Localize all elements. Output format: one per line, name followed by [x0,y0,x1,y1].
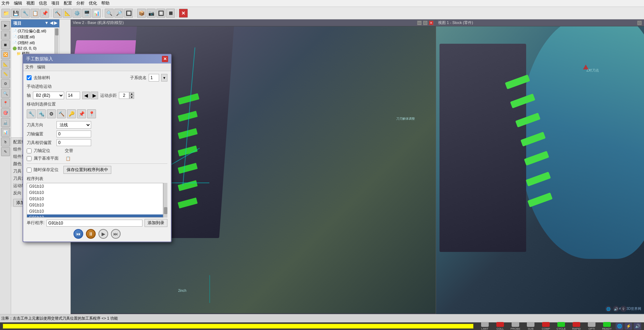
view-right-maximize[interactable]: □ [637,20,642,25]
axis-offset-input[interactable] [56,130,91,137]
feed-minus-btn[interactable]: ◀ [82,92,90,99]
sidebar-btn-11[interactable]: 🔬 [1,118,10,127]
play-rewind-btn[interactable]: ⏮ [73,229,83,239]
play-end-btn[interactable]: ⏭ [111,229,121,239]
step-up-btn[interactable]: ▲ [129,92,134,95]
menu-file[interactable]: 文件 [1,0,10,6]
auto-save-checkbox[interactable] [27,168,32,172]
toolbar-new[interactable]: 📁 [1,9,10,18]
sidebar-btn-5[interactable]: 📐 [1,60,10,69]
tool-pos-checkbox[interactable] [27,149,32,153]
program-list[interactable]: G91b10 G91b10 G91b10 G91b10 G91b10 G91b1… [27,183,163,218]
menu-help[interactable]: 帮助 [101,0,110,6]
toolbar-14[interactable]: 📦 [137,9,146,18]
toolbar-7[interactable]: 📐 [63,9,72,18]
sidebar-btn-14[interactable]: ✎ [1,147,10,156]
feed-value-input[interactable] [66,92,80,99]
bottom-icon-net[interactable]: ⚡ [625,323,632,330]
tree-item-2[interactable]: 📄 (3指针.stl) [12,40,54,46]
menu-view[interactable]: 视图 [26,0,35,6]
toolbar-13[interactable]: 🔲 [124,9,133,18]
feed-plus-btn[interactable]: ▶ [90,92,98,99]
project-controls[interactable]: ▼ ◀ ▶ [44,20,57,25]
sidebar-btn-8[interactable]: 🔍 [1,89,10,98]
prog-scrollbar-thumb[interactable] [164,207,167,214]
pos-icon-3[interactable]: ⚙ [47,109,56,118]
prog-item-2[interactable]: G91b10 [27,196,163,202]
prog-item-0[interactable]: G91b10 [27,183,163,189]
toolbar-5[interactable]: 📌 [40,9,49,18]
axis-select[interactable]: B2 (B2) X Y Z [33,92,64,99]
add-to-list-btn[interactable]: 添加到录 [145,219,167,227]
toolbar-12[interactable]: 🔎 [114,9,123,18]
prog-item-5[interactable]: G91b10 [27,214,163,218]
subsystem-spinner[interactable]: ▼ [161,74,167,82]
sidebar-btn-9[interactable]: 📍 [1,99,10,108]
pos-icon-2[interactable]: 🔩 [37,109,46,118]
toolbar-11[interactable]: 🔍 [105,9,114,18]
toolbar-3[interactable]: 🔧 [21,9,30,18]
prog-item-3[interactable]: G91b10 [27,202,163,208]
vp-btn-3[interactable]: 🎙 [620,306,627,312]
sidebar-btn-12[interactable]: 📊 [1,128,10,137]
sidebar-btn-13[interactable]: 🖱 [1,137,10,146]
viewport-right-bg[interactable]: Z对刀点 S 中· 3D世界网 🌐 🔊 🎙 [436,26,644,313]
sidebar-btn-1[interactable]: ▶ [1,21,10,30]
base-plane-checkbox[interactable] [27,156,32,161]
vp-btn-2[interactable]: 🔊 [613,306,619,312]
pos-icon-7[interactable]: 📍 [87,109,96,118]
prog-item-1[interactable]: G91b10 [27,189,163,196]
save-pos-btn[interactable]: 保存位置到程序列表中 [63,166,111,174]
tool-offset-input[interactable] [56,139,91,146]
single-prog-input[interactable] [46,220,142,227]
menu-config[interactable]: 配置 [64,0,72,6]
step-input[interactable] [119,92,129,99]
toolbar-10[interactable]: 📊 [92,9,101,18]
toolbar-17[interactable]: 🔳 [166,9,175,18]
bottom-icon-globe[interactable]: 🌐 [616,323,623,330]
tree-item-1[interactable]: 📄 (3刻度.stl) [12,34,54,40]
subsystem-input[interactable] [149,74,159,82]
sidebar-btn-6[interactable]: 📏 [1,69,10,78]
play-forward-btn[interactable]: ▶ [98,229,108,239]
view-left-maximize[interactable]: □ [423,20,428,25]
dialog-close-button[interactable]: ✕ [162,56,168,62]
toolbar-9[interactable]: 🖥️ [82,9,91,18]
remove-material-checkbox[interactable] [27,75,32,80]
pos-icon-5[interactable]: 🔑 [67,109,76,118]
toolbar-close[interactable]: ✕ [179,9,188,18]
pos-icon-1[interactable]: 🔧 [27,109,36,118]
toolbar-4[interactable]: 📋 [31,9,40,18]
view-left-minimize[interactable]: — [417,20,422,25]
toolbar-15[interactable]: 📷 [147,9,156,18]
toolbar-8[interactable]: ⚙️ [72,9,81,18]
menu-info[interactable]: 信息 [39,0,47,6]
tree-item-0[interactable]: 📄 (3刀位偏心盘.stl) [12,28,54,34]
toolbar-16[interactable]: 🔲 [156,9,165,18]
pos-icon-6[interactable]: 📌 [77,109,86,118]
toolbar-save[interactable]: 💾 [11,9,20,18]
step-down-btn[interactable]: ▼ [129,95,134,99]
sidebar-btn-4[interactable]: 🔀 [1,50,10,59]
tree-item-3[interactable]: 🟢 B2 (0, 0, 0) [12,46,54,51]
play-pause-btn[interactable]: ⏸ [86,229,96,239]
prog-item-4[interactable]: G91b10 [27,208,163,214]
base-plane-icon[interactable]: 📋 [66,156,71,161]
prog-scrollbar[interactable] [163,183,167,218]
project-scrollbar-thumb[interactable] [55,28,59,35]
dialog-menu-edit[interactable]: 编辑 [37,64,45,70]
sidebar-btn-10[interactable]: 🎯 [1,108,10,117]
menu-project[interactable]: 项目 [51,0,60,6]
tool-direction-select[interactable]: 法线 矢量 用户定义 [56,121,91,129]
bottom-icon-vol[interactable]: 🔊 [634,323,641,330]
menu-edit[interactable]: 编辑 [14,0,22,6]
pos-icon-4[interactable]: 🔨 [57,109,66,118]
menu-analysis[interactable]: 分析 [76,0,85,6]
toolbar-6[interactable]: 🔨 [53,9,62,18]
vp-btn-1[interactable]: 🌐 [605,306,611,312]
sidebar-btn-7[interactable]: ⚙ [1,79,10,88]
view-left-close[interactable]: ✕ [429,20,434,25]
dialog-menu-file[interactable]: 文件 [25,64,34,70]
sidebar-btn-2[interactable]: ⏸ [1,31,10,40]
sidebar-btn-3[interactable]: ⏹ [1,40,10,49]
